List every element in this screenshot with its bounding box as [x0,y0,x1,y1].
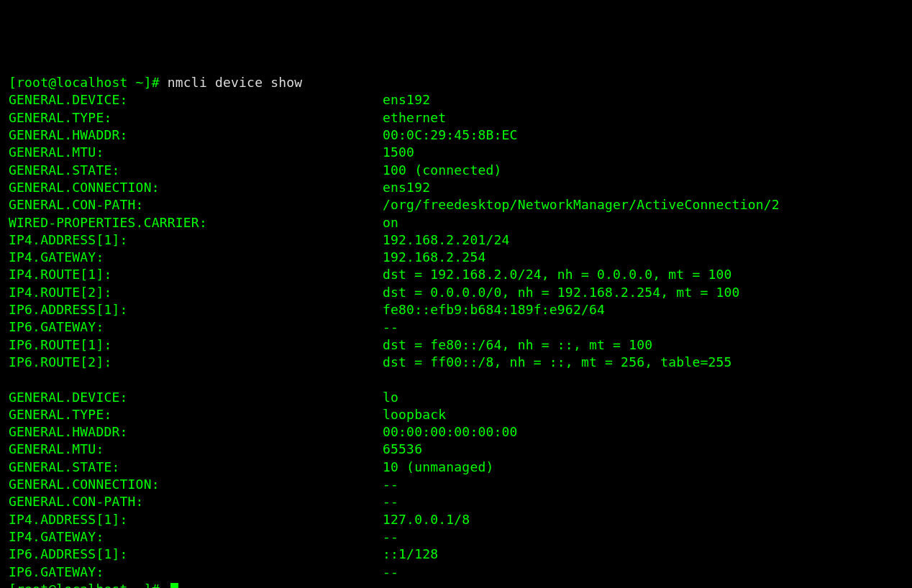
property-key: GENERAL.MTU: [9,144,383,161]
output-row: GENERAL.HWADDR:00:00:00:00:00:00 [9,423,903,441]
output-row: IP4.ROUTE[2]:dst = 0.0.0.0/0, nh = 192.1… [9,284,903,301]
property-key: GENERAL.TYPE: [9,406,383,423]
property-key: GENERAL.CONNECTION: [9,476,383,493]
output-row: GENERAL.MTU:1500 [9,144,903,161]
property-key: GENERAL.CON-PATH: [9,196,383,213]
property-value: lo [383,390,398,405]
property-key: IP6.GATEWAY: [9,318,383,336]
command-text: nmcli device show [168,75,303,90]
output-row: IP6.GATEWAY:-- [9,564,903,581]
property-value: dst = 192.168.2.0/24, nh = 0.0.0.0, mt =… [383,267,732,282]
command-output: GENERAL.DEVICE:ens192GENERAL.TYPE:ethern… [9,91,903,580]
output-row: GENERAL.STATE:100 (connected) [9,162,903,179]
property-key: IP4.ROUTE[1]: [9,266,383,283]
property-value: 192.168.2.201/24 [383,232,510,247]
output-row: GENERAL.CONNECTION:ens192 [9,179,903,196]
property-key: GENERAL.DEVICE: [9,91,383,109]
property-value: -- [383,494,398,509]
property-key: WIRED-PROPERTIES.CARRIER: [9,214,383,231]
property-value: dst = fe80::/64, nh = ::, mt = 100 [383,337,652,352]
property-value: 10 (unmanaged) [383,459,494,474]
property-key: IP4.ADDRESS[1]: [9,511,383,528]
output-row: IP4.ADDRESS[1]:127.0.0.1/8 [9,511,903,528]
property-key: IP6.ADDRESS[1]: [9,301,383,318]
property-key: IP6.ROUTE[2]: [9,354,383,371]
property-value: ens192 [383,180,430,195]
output-row: WIRED-PROPERTIES.CARRIER:on [9,214,903,231]
output-row: GENERAL.DEVICE:lo [9,389,903,406]
property-value: -- [383,529,398,544]
output-row: GENERAL.CON-PATH:/org/freedesktop/Networ… [9,196,903,213]
property-key: GENERAL.TYPE: [9,109,383,127]
property-value: 00:0C:29:45:8B:EC [383,127,518,142]
cursor-icon [170,583,178,588]
output-row: IP6.ADDRESS[1]:::1/128 [9,546,903,563]
property-key: GENERAL.CONNECTION: [9,179,383,196]
output-row: IP6.ADDRESS[1]:fe80::efb9:b684:189f:e962… [9,301,903,318]
output-row: IP4.GATEWAY:-- [9,528,903,546]
property-key: GENERAL.STATE: [9,459,383,476]
property-key: GENERAL.STATE: [9,162,383,179]
output-row: IP4.GATEWAY:192.168.2.254 [9,249,903,266]
property-key: IP6.GATEWAY: [9,564,383,581]
property-value: 65536 [383,441,422,456]
prompt-line-2: [root@localhost ~]# [9,581,903,588]
property-key: IP4.GATEWAY: [9,249,383,266]
output-row: GENERAL.MTU:65536 [9,441,903,458]
output-row: GENERAL.CON-PATH:-- [9,493,903,510]
output-row: IP6.ROUTE[2]:dst = ff00::/8, nh = ::, mt… [9,354,903,371]
property-value: fe80::efb9:b684:189f:e962/64 [383,302,605,317]
property-key: IP4.ROUTE[2]: [9,284,383,301]
property-value: loopback [383,407,446,422]
blank-line [9,371,903,388]
property-value: dst = ff00::/8, nh = ::, mt = 256, table… [383,354,732,369]
output-row: GENERAL.TYPE:loopback [9,406,903,423]
property-value: 192.168.2.254 [383,249,485,265]
shell-prompt: [root@localhost ~]# [9,75,168,90]
property-key: GENERAL.DEVICE: [9,389,383,406]
property-key: IP4.ADDRESS[1]: [9,231,383,249]
output-row: GENERAL.STATE:10 (unmanaged) [9,459,903,476]
property-key: IP6.ROUTE[1]: [9,336,383,354]
property-value: on [383,215,398,230]
property-value: -- [383,477,398,492]
property-value: 00:00:00:00:00:00 [383,424,518,439]
property-key: IP6.ADDRESS[1]: [9,546,383,563]
property-value: dst = 0.0.0.0/0, nh = 192.168.2.254, mt … [383,285,740,300]
property-value: 1500 [383,144,414,160]
output-row: IP6.GATEWAY:-- [9,318,903,336]
property-value: ethernet [383,110,446,125]
property-value: ::1/128 [383,546,438,561]
output-row: GENERAL.CONNECTION:-- [9,476,903,493]
output-row: IP4.ROUTE[1]:dst = 192.168.2.0/24, nh = … [9,266,903,283]
output-row: GENERAL.DEVICE:ens192 [9,91,903,109]
property-value: 127.0.0.1/8 [383,512,470,527]
output-row: GENERAL.TYPE:ethernet [9,109,903,127]
property-value: 100 (connected) [383,162,502,178]
property-key: GENERAL.CON-PATH: [9,493,383,510]
shell-prompt: [root@localhost ~]# [9,582,168,588]
property-key: GENERAL.HWADDR: [9,127,383,144]
property-key: IP4.GATEWAY: [9,528,383,546]
property-value: ens192 [383,92,430,107]
prompt-line-1: [root@localhost ~]# nmcli device show [9,74,903,91]
output-row: IP4.ADDRESS[1]:192.168.2.201/24 [9,231,903,249]
output-row: IP6.ROUTE[1]:dst = fe80::/64, nh = ::, m… [9,336,903,354]
property-key: GENERAL.HWADDR: [9,423,383,441]
property-value: /org/freedesktop/NetworkManager/ActiveCo… [383,197,780,212]
property-value: -- [383,564,398,579]
property-key: GENERAL.MTU: [9,441,383,458]
property-value: -- [383,319,398,334]
terminal[interactable]: [root@localhost ~]# nmcli device showGEN… [9,74,903,588]
output-row: GENERAL.HWADDR:00:0C:29:45:8B:EC [9,127,903,144]
